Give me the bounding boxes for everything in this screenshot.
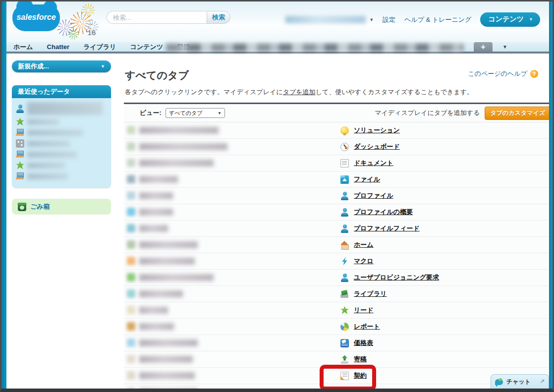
salesforce-window: salesforce '16 検索 ▼ 設定 ヘルプ & トレーニング コンテン…	[0, 0, 554, 392]
tab-link-10[interactable]: ユーザプロビジョニング要求	[354, 273, 439, 282]
tab-cell: レポート	[340, 322, 380, 331]
recent-item-label-redacted	[27, 163, 65, 168]
header-right-links: ▼ 設定 ヘルプ & トレーニング コンテンツ ▼	[285, 12, 540, 27]
user-menu[interactable]: ▼	[285, 16, 374, 23]
user-icon	[340, 192, 349, 200]
chat-widget-button[interactable]: チャット ↗	[491, 374, 549, 389]
chevron-down-icon: ▼	[218, 111, 222, 115]
tab-list-row: ドキュメント	[124, 155, 554, 171]
recent-item-label-redacted	[27, 173, 68, 179]
chat-label: チャット	[506, 378, 536, 386]
tab-link-12[interactable]: リード	[354, 306, 374, 315]
recycle-bin-label: ごみ箱	[30, 202, 50, 211]
settings-link[interactable]: 設定	[383, 15, 395, 24]
redacted-tab-cell[interactable]	[127, 355, 193, 363]
nav-tab-3[interactable]: ライブラリ	[76, 43, 123, 52]
tab-link-11[interactable]: ライブラリ	[354, 289, 387, 298]
library-icon	[340, 290, 349, 298]
redacted-tab-cell[interactable]	[127, 338, 198, 347]
username-redacted	[285, 16, 366, 23]
recent-item-label-redacted	[27, 152, 77, 158]
tab-list-row: ダッシュボード	[124, 139, 554, 155]
redacted-tab-cell[interactable]	[127, 289, 183, 298]
redacted-tab-icon	[127, 355, 135, 363]
redacted-tab-cell[interactable]	[127, 126, 219, 134]
redacted-tab-icon	[127, 338, 135, 347]
search-input[interactable]	[107, 11, 207, 24]
tab-link-13[interactable]: レポート	[354, 322, 380, 331]
search-button[interactable]: 検索	[207, 11, 230, 24]
recent-item[interactable]	[16, 102, 107, 115]
nav-tab-2[interactable]: Chatter	[40, 43, 77, 51]
page-left-border	[1, 1, 6, 389]
recent-item[interactable]	[16, 139, 107, 148]
tab-link-5[interactable]: プロファイル	[354, 191, 393, 200]
redacted-tab-icon	[127, 175, 135, 183]
nav-tab-1[interactable]: ホーム	[6, 43, 40, 52]
tab-list-row: プロファイルの概要	[124, 204, 554, 221]
tab-link-1[interactable]: ソリューション	[354, 126, 400, 135]
redacted-tab-cell[interactable]	[127, 208, 173, 216]
page-help-link[interactable]: このページのヘルプ ?	[468, 69, 538, 78]
app-menu-button[interactable]: コンテンツ ▼	[480, 12, 540, 27]
redacted-tab-icon	[127, 257, 135, 265]
global-header: salesforce '16 検索 ▼ 設定 ヘルプ & トレーニング コンテン…	[6, 1, 549, 42]
user-icon	[16, 105, 24, 113]
tab-link-8[interactable]: ホーム	[354, 240, 374, 249]
redacted-tab-label	[139, 209, 173, 216]
redacted-tab-cell[interactable]	[127, 175, 178, 183]
user-icon	[340, 274, 349, 282]
add-tab-inline-link[interactable]: タブを追加	[283, 88, 316, 96]
view-label: ビュー:	[140, 109, 162, 117]
release-fireworks-graphic: '16	[56, 2, 106, 41]
nav-tab-4[interactable]: コンテンツ	[123, 43, 170, 52]
recent-item-label-redacted	[27, 141, 70, 147]
tab-cell: ファイル	[340, 175, 380, 184]
add-tab-button[interactable]: +	[474, 42, 493, 52]
redacted-tab-cell[interactable]	[127, 159, 214, 167]
tab-link-14[interactable]: 価格表	[354, 338, 373, 347]
recent-item[interactable]	[16, 172, 107, 180]
recent-item[interactable]	[16, 161, 107, 169]
lead-icon	[16, 117, 24, 126]
tab-link-6[interactable]: プロファイルの概要	[354, 208, 413, 217]
customize-tabs-button[interactable]: タブのカスタマイズ	[485, 107, 551, 120]
tab-overflow-chevron-icon[interactable]: ▼	[502, 44, 507, 50]
redacted-tab-cell[interactable]	[127, 142, 227, 151]
tab-cell: プロファイルの概要	[340, 208, 413, 217]
page-help-label: このページのヘルプ	[468, 69, 527, 78]
redacted-tab-cell[interactable]	[127, 273, 214, 281]
redacted-tab-cell[interactable]	[127, 306, 168, 314]
redacted-tab-label	[139, 176, 178, 183]
redacted-tab-icon	[127, 240, 135, 249]
redacted-tab-cell[interactable]	[127, 240, 198, 249]
redacted-tab-cell[interactable]	[127, 371, 195, 380]
redacted-tab-icon	[127, 306, 135, 314]
tab-link-3[interactable]: ドキュメント	[354, 159, 393, 168]
redacted-tab-cell[interactable]	[127, 388, 198, 392]
tab-cell: ドキュメント	[340, 159, 393, 168]
tab-link-15[interactable]: 寄稿	[354, 355, 367, 364]
recent-items-panel: 最近使ったデータ	[12, 85, 111, 188]
redacted-tab-cell[interactable]	[127, 257, 195, 265]
tab-link-4[interactable]: ファイル	[354, 175, 380, 184]
tab-list-row: ユーザプロビジョニング要求	[124, 270, 554, 286]
tab-link-2[interactable]: ダッシュボード	[354, 142, 400, 151]
recent-item[interactable]	[16, 128, 107, 137]
recent-item-label-redacted	[27, 102, 103, 115]
recent-item[interactable]	[16, 117, 107, 126]
tab-link-9[interactable]: マクロ	[354, 257, 374, 266]
recent-item[interactable]	[16, 150, 107, 159]
redacted-tab-label	[139, 307, 168, 314]
recycle-bin[interactable]: ごみ箱	[12, 199, 111, 215]
tab-list-row: ソリューション	[124, 122, 554, 139]
tab-link-7[interactable]: プロファイルフィード	[354, 224, 420, 233]
pricebook-icon	[340, 339, 349, 347]
help-training-link[interactable]: ヘルプ & トレーニング	[404, 15, 471, 24]
redacted-tab-label	[139, 339, 198, 346]
create-new-button[interactable]: 新規作成... ▼	[12, 60, 111, 72]
redacted-tab-cell[interactable]	[127, 322, 174, 331]
view-select[interactable]: すべてのタブ ▼	[166, 108, 225, 118]
redacted-tab-cell[interactable]	[127, 191, 173, 200]
redacted-tab-cell[interactable]	[127, 224, 168, 232]
